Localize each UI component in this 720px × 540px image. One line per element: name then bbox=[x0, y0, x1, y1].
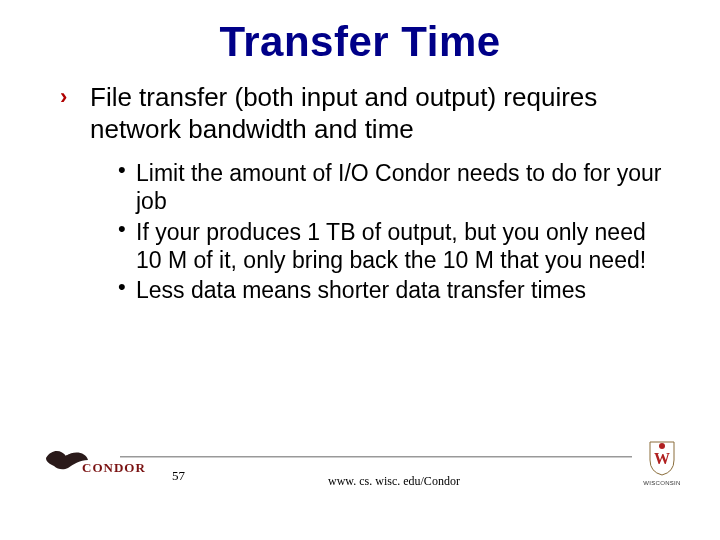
bullet-dot-icon: • bbox=[118, 216, 126, 243]
sub-bullet-text: Limit the amount of I/O Condor needs to … bbox=[136, 160, 661, 214]
condor-logo-text: CONDOR bbox=[82, 460, 146, 476]
svg-point-0 bbox=[659, 443, 665, 449]
footer-url: www. cs. wisc. edu/Condor bbox=[328, 474, 460, 489]
main-bullet-text: File transfer (both input and output) re… bbox=[90, 82, 597, 144]
slide: Transfer Time › File transfer (both inpu… bbox=[0, 0, 720, 540]
sub-bullet: • If your produces 1 TB of output, but y… bbox=[118, 218, 672, 274]
main-bullet: › File transfer (both input and output) … bbox=[60, 82, 672, 145]
sub-bullet-text: If your produces 1 TB of output, but you… bbox=[136, 219, 646, 273]
chevron-icon: › bbox=[60, 84, 67, 111]
sub-bullet-list: • Limit the amount of I/O Condor needs t… bbox=[60, 159, 672, 303]
svg-text:W: W bbox=[654, 450, 670, 467]
sub-bullet: • Limit the amount of I/O Condor needs t… bbox=[118, 159, 672, 215]
sub-bullet-text: Less data means shorter data transfer ti… bbox=[136, 277, 586, 303]
slide-title: Transfer Time bbox=[0, 0, 720, 66]
slide-body: › File transfer (both input and output) … bbox=[0, 66, 720, 304]
wisconsin-logo: W WISCONSIN bbox=[640, 440, 684, 486]
slide-number: 57 bbox=[172, 468, 185, 484]
bullet-dot-icon: • bbox=[118, 157, 126, 184]
footer-divider bbox=[120, 456, 632, 457]
crest-icon: W bbox=[647, 440, 677, 476]
slide-footer: CONDOR 57 www. cs. wisc. edu/Condor W WI… bbox=[0, 452, 720, 512]
sub-bullet: • Less data means shorter data transfer … bbox=[118, 276, 672, 304]
wisconsin-logo-text: WISCONSIN bbox=[640, 480, 684, 486]
bullet-dot-icon: • bbox=[118, 274, 126, 301]
